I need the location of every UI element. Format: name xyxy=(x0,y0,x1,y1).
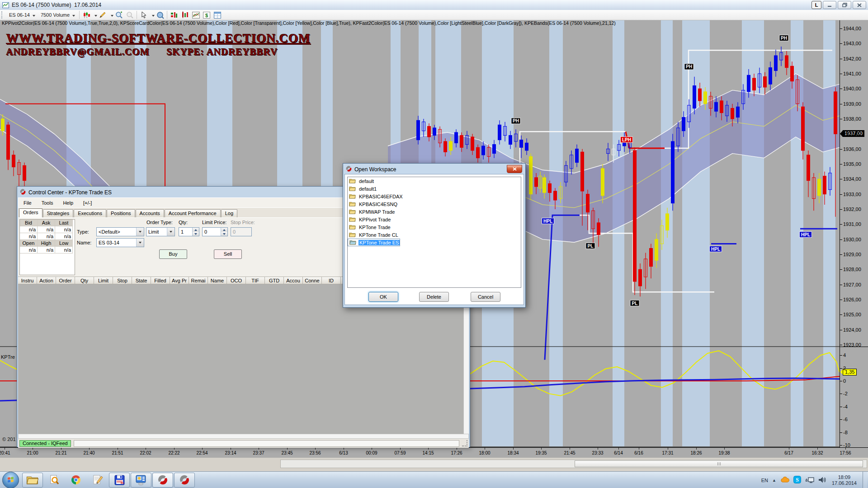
menu-item-help[interactable]: Help xyxy=(58,200,78,206)
order-type-select[interactable]: Limit xyxy=(146,227,175,236)
workspace-item[interactable]: KPBASIC4ESNQ xyxy=(348,200,521,208)
hidden-icons-arrow[interactable]: ▲ xyxy=(772,478,776,483)
grid-column-limit[interactable]: Limit xyxy=(94,277,113,284)
taskbar-notepad[interactable] xyxy=(87,473,108,488)
price-axis[interactable]: 1937,00 1,35 1944,001943,001942,001941,0… xyxy=(840,20,868,447)
drawing-tools-icon[interactable] xyxy=(98,10,108,19)
chart-window-titlebar[interactable]: ES 06-14 (7500 Volume) 17.06.2014 L xyxy=(0,0,868,10)
workspace-item[interactable]: KPBASIC46EFDAX xyxy=(348,192,521,200)
show-desktop-button[interactable] xyxy=(863,472,867,488)
ok-button[interactable]: OK xyxy=(368,292,398,302)
dialog-titlebar[interactable]: Open Workspace xyxy=(344,165,524,174)
tab-accounts[interactable]: Accounts xyxy=(136,209,164,217)
grid-column-remai[interactable]: Remai xyxy=(189,277,208,284)
tab-log[interactable]: Log xyxy=(221,209,237,217)
workspace-item[interactable]: KPTone Trade CL xyxy=(348,231,521,239)
chart-style-icon[interactable] xyxy=(81,10,91,19)
grid-column-stop[interactable]: Stop xyxy=(113,277,132,284)
grid-column-accou[interactable]: Accou xyxy=(284,277,303,284)
data-box-icon[interactable] xyxy=(155,10,165,19)
tab-orders[interactable]: Orders xyxy=(19,208,42,217)
grid-column-order[interactable]: Order xyxy=(56,277,75,284)
menu-item-tools[interactable]: Tools xyxy=(37,200,58,206)
cursor-dropdown[interactable] xyxy=(152,15,155,18)
grid-column-action[interactable]: Action xyxy=(37,277,56,284)
account-dollar-icon[interactable]: $ xyxy=(202,10,212,19)
tab-account-performance[interactable]: Account Performance xyxy=(165,209,221,217)
grid-column-state[interactable]: State xyxy=(132,277,151,284)
resize-grip[interactable] xyxy=(462,440,467,446)
workspace-item[interactable]: KPTone Trade xyxy=(348,223,521,231)
grid-column-conne[interactable]: Conne xyxy=(303,277,322,284)
cursor-icon[interactable] xyxy=(139,10,149,19)
interval-select[interactable]: 7500 Volume xyxy=(38,10,78,19)
workspace-list[interactable]: defaultdefault1KPBASIC46EFDAXKPBASIC4ESN… xyxy=(347,177,521,288)
toolbar-grip[interactable] xyxy=(1,11,4,19)
qty-stepper[interactable]: 1 xyxy=(179,227,199,236)
time-axis[interactable]: 20:4121:0021:2121:4021:5122:0222:2222:54… xyxy=(0,447,868,458)
restore-button[interactable] xyxy=(838,1,851,9)
cloud-icon[interactable] xyxy=(780,476,789,484)
grid-column-name[interactable]: Name xyxy=(208,277,227,284)
sell-button[interactable]: Sell xyxy=(214,249,242,259)
menu-item-[interactable]: [+/-] xyxy=(78,200,97,206)
chart-trader-icon[interactable] xyxy=(169,10,179,19)
orders-grid-hscrollbar[interactable] xyxy=(18,434,469,439)
system-tray: EN ▲ S 18:09 17.06.2014 xyxy=(761,472,868,488)
workspace-item[interactable]: KPPivot Trade xyxy=(348,216,521,223)
workspace-item[interactable]: default1 xyxy=(348,185,521,192)
grid-column-instru[interactable]: Instru xyxy=(18,277,37,284)
language-indicator[interactable]: EN xyxy=(761,478,768,483)
zoom-out-icon[interactable] xyxy=(125,10,135,19)
taskbar-chrome[interactable] xyxy=(66,473,86,488)
cancel-button[interactable]: Cancel xyxy=(471,292,500,302)
skype-icon[interactable]: S xyxy=(793,476,801,484)
link-button[interactable]: L xyxy=(811,1,821,9)
delete-button[interactable]: Delete xyxy=(419,292,449,302)
tab-positions[interactable]: Positions xyxy=(107,209,135,217)
volume-icon[interactable] xyxy=(818,476,826,484)
time-label: 6/14 xyxy=(614,450,623,455)
horizontal-scrollbar-thumb[interactable] xyxy=(575,460,863,467)
grid-column-avg-pr[interactable]: Avg Pr xyxy=(170,277,189,284)
watermark: WWW.TRADING-SOFTWARE-COLLECTION.COM ANDR… xyxy=(6,32,311,58)
close-icon[interactable] xyxy=(507,165,522,173)
folder-icon xyxy=(349,178,356,184)
quote-value: n/a xyxy=(38,226,55,233)
workspace-item[interactable]: KPTone Trade ES xyxy=(348,239,400,246)
drawing-tools-dropdown[interactable] xyxy=(111,15,113,18)
grid-column-id[interactable]: ID xyxy=(322,277,341,284)
buy-button[interactable]: Buy xyxy=(159,249,187,259)
workspace-item[interactable]: default xyxy=(348,177,521,185)
grid-column-filled[interactable]: Filled xyxy=(151,277,170,284)
grid-window-icon[interactable] xyxy=(212,10,222,19)
chart-window-tool-icon[interactable] xyxy=(191,10,201,19)
taskbar-control-panel[interactable] xyxy=(131,473,151,488)
taskbar-clock[interactable]: 18:09 17.06.2014 xyxy=(832,474,857,486)
grid-column-gtd[interactable]: GTD xyxy=(265,277,284,284)
taskbar-ninjatrader-1[interactable] xyxy=(152,473,173,488)
grid-column-qty[interactable]: Qty xyxy=(75,277,94,284)
atm-name-select[interactable]: ES 03-14 xyxy=(96,238,144,247)
tab-strategies[interactable]: Strategies xyxy=(43,209,74,217)
zoom-in-icon[interactable] xyxy=(114,10,124,19)
grid-column-tif[interactable]: TIF xyxy=(246,277,265,284)
taskbar-search[interactable] xyxy=(44,473,65,488)
close-icon[interactable] xyxy=(853,1,866,9)
taskbar-ninjatrader-2[interactable] xyxy=(174,473,195,488)
start-button[interactable] xyxy=(2,472,19,488)
chart-style-dropdown[interactable] xyxy=(94,15,97,18)
minimize-button[interactable] xyxy=(823,1,836,9)
instrument-select[interactable]: ES 06-14 xyxy=(6,10,38,19)
taskbar-explorer[interactable] xyxy=(22,473,43,488)
horizontal-scrollbar[interactable] xyxy=(280,460,867,468)
taskbar-floppy-save[interactable]: 64 xyxy=(109,473,130,488)
menu-item-file[interactable]: File xyxy=(19,200,37,206)
account-type-select[interactable]: <Default> xyxy=(96,227,144,236)
limit-price-stepper[interactable]: 0 xyxy=(202,227,228,236)
market-bars-icon[interactable] xyxy=(180,10,190,19)
workspace-item[interactable]: KPMWAP Trade xyxy=(348,208,521,216)
tab-executions[interactable]: Executions xyxy=(74,209,106,217)
network-icon[interactable] xyxy=(805,476,814,484)
grid-column-oco[interactable]: OCO xyxy=(227,277,246,284)
